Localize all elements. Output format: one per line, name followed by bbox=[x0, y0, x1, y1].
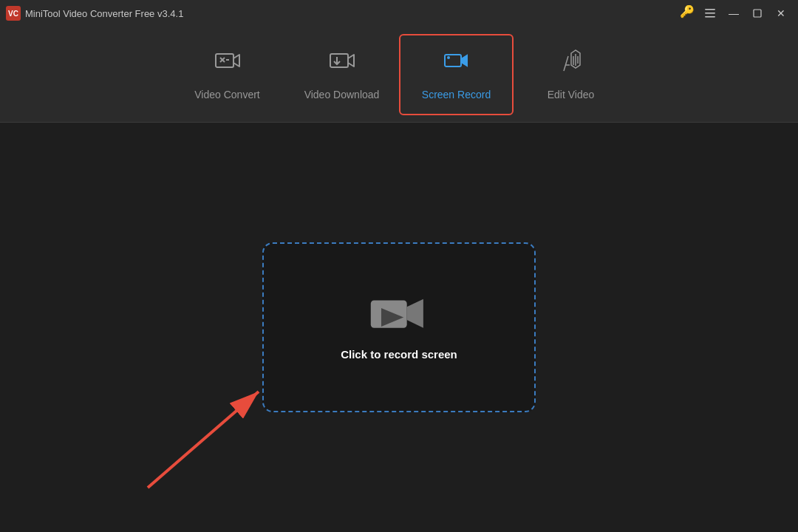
minimize-button[interactable]: — bbox=[723, 4, 745, 22]
app-title: MiniTool Video Converter Free v3.4.1 bbox=[25, 8, 183, 19]
edit-video-icon bbox=[558, 49, 584, 81]
svg-rect-3 bbox=[754, 10, 761, 17]
app-logo: VC bbox=[6, 6, 21, 21]
close-button[interactable]: ✕ bbox=[770, 4, 792, 22]
hamburger-button[interactable] bbox=[699, 4, 721, 22]
svg-rect-0 bbox=[705, 9, 715, 10]
tab-video-convert-label: Video Convert bbox=[194, 89, 259, 100]
svg-line-20 bbox=[148, 392, 259, 488]
record-area[interactable]: Click to record screen bbox=[262, 242, 536, 412]
svg-point-12 bbox=[447, 56, 450, 59]
svg-rect-10 bbox=[445, 55, 461, 66]
svg-marker-18 bbox=[407, 299, 423, 327]
tab-screen-record[interactable]: Screen Record bbox=[399, 34, 514, 115]
tab-video-download-label: Video Download bbox=[304, 89, 380, 100]
tab-edit-video[interactable]: Edit Video bbox=[514, 34, 628, 115]
camera-icon-wrap bbox=[369, 295, 429, 335]
tab-edit-video-label: Edit Video bbox=[548, 89, 595, 100]
svg-marker-11 bbox=[461, 55, 467, 66]
tab-video-convert[interactable]: Video Convert bbox=[170, 34, 284, 115]
video-download-icon bbox=[329, 49, 355, 81]
tab-screen-record-label: Screen Record bbox=[422, 89, 491, 100]
title-left: VC MiniTool Video Converter Free v3.4.1 bbox=[6, 6, 183, 21]
title-controls: 🔑 — ✕ bbox=[680, 4, 792, 22]
screen-record-icon bbox=[443, 49, 470, 81]
svg-rect-1 bbox=[705, 13, 715, 14]
svg-rect-4 bbox=[216, 54, 233, 67]
main-content: Click to record screen bbox=[0, 123, 798, 532]
key-icon: 🔑 bbox=[680, 4, 695, 22]
nav-bar: Video Convert Video Download Screen Reco… bbox=[0, 27, 798, 123]
title-bar: VC MiniTool Video Converter Free v3.4.1 … bbox=[0, 0, 798, 27]
record-area-label: Click to record screen bbox=[341, 348, 457, 361]
svg-rect-2 bbox=[705, 16, 715, 18]
video-convert-icon bbox=[214, 49, 241, 81]
tab-video-download[interactable]: Video Download bbox=[284, 34, 399, 115]
restore-button[interactable] bbox=[746, 4, 768, 22]
svg-rect-8 bbox=[330, 54, 348, 67]
